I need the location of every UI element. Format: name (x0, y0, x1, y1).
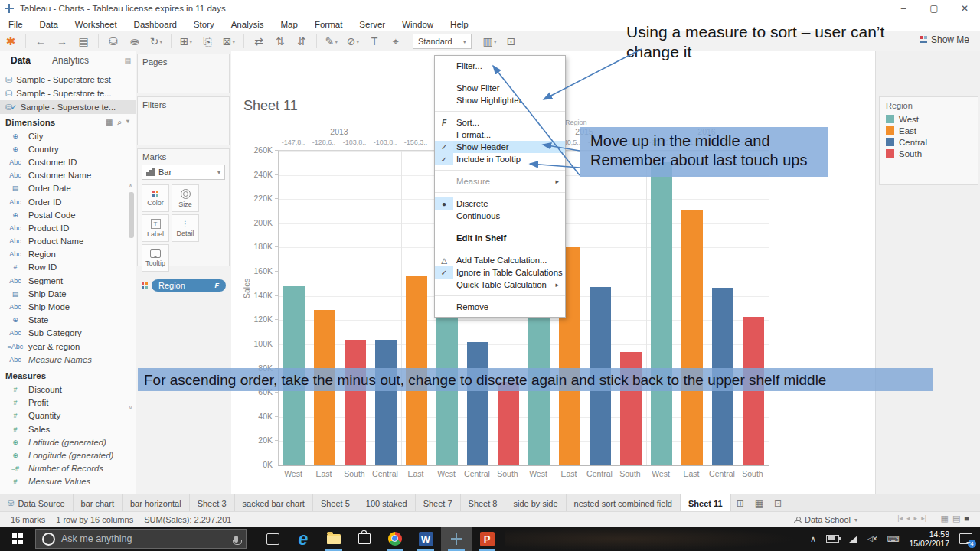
bar-2014-central[interactable] (467, 342, 488, 465)
field-product-id[interactable]: AbcProduct ID (0, 221, 136, 234)
scrollbar-thumb[interactable] (129, 192, 134, 238)
wifi-icon[interactable] (849, 536, 858, 543)
field-row-id[interactable]: #Row ID (0, 261, 136, 274)
volume-muted-icon[interactable]: ◁✕ (867, 535, 877, 543)
menu-item-filter[interactable]: Filter... (435, 60, 565, 72)
tableau-logo-icon[interactable]: ✱ (2, 33, 20, 50)
tab-data[interactable]: Data (0, 51, 41, 70)
bar-2013-south[interactable] (345, 340, 366, 465)
battery-icon[interactable] (826, 535, 839, 543)
bar-2016-east[interactable] (681, 210, 703, 465)
pane-layout-icon[interactable]: ▤ (124, 57, 131, 64)
chevron-down-icon[interactable]: ▾ (126, 118, 129, 127)
filters-card[interactable]: Filters (137, 96, 230, 145)
full-view-icon[interactable]: ■ (964, 514, 969, 523)
clear-sheet-icon[interactable]: ⊠▾ (220, 33, 238, 50)
field-ship-date[interactable]: ▤Ship Date (0, 287, 136, 300)
menu-item-edit-in-shelf[interactable]: Edit in Shelf (435, 232, 565, 244)
grid-view-icon[interactable]: ▦ (941, 514, 949, 523)
file-explorer-icon[interactable] (318, 527, 349, 551)
sort-ascending-icon[interactable]: ⇅ (271, 33, 289, 50)
field-state[interactable]: ⊕State (0, 314, 136, 327)
keyboard-icon[interactable]: ⌨ (887, 534, 900, 544)
bar-2016-west[interactable] (651, 162, 672, 465)
user-dropdown[interactable]: Data School ▾ (794, 515, 858, 524)
tab-sheet-8[interactable]: Sheet 8 (461, 494, 506, 512)
fix-axes-icon[interactable]: ⌖ (387, 33, 405, 50)
menu-item-ignore-in-table-calculations[interactable]: ✓Ignore in Table Calculations (435, 266, 565, 279)
datasource-item[interactable]: ⛁Sample - Superstore te... (0, 86, 136, 100)
save-icon[interactable]: ▤ (74, 33, 93, 50)
menu-item-show-filter[interactable]: Show Filter (435, 82, 565, 94)
show-labels-icon[interactable]: T (365, 33, 384, 50)
tab-sheet-11[interactable]: Sheet 11 (681, 494, 731, 512)
maximize-icon[interactable]: ▢ (919, 0, 949, 17)
menu-item-add-table-calculation[interactable]: △Add Table Calculation... (435, 254, 565, 266)
tab-side-by-side[interactable]: side by side (505, 494, 566, 512)
menu-item-format[interactable]: Format... (435, 129, 565, 141)
menu-story[interactable]: Story (185, 17, 223, 31)
taskbar-search[interactable]: Ask me anything (35, 529, 247, 549)
tab-100-staked[interactable]: 100 staked (358, 494, 416, 512)
field-region[interactable]: AbcRegion (0, 248, 136, 261)
new-story-tab-icon[interactable]: ⊡ (769, 494, 787, 512)
field-number-of-records[interactable]: =#Number of Records (0, 462, 136, 475)
start-button[interactable] (0, 527, 35, 551)
sort-descending-icon[interactable]: ⇵ (292, 33, 311, 50)
undo-icon[interactable]: ← (31, 33, 50, 50)
edge-icon[interactable]: e (288, 527, 318, 551)
prev-page-icon[interactable]: ◂ (906, 514, 910, 522)
field-ship-mode[interactable]: AbcShip Mode (0, 300, 136, 313)
new-worksheet-tab-icon[interactable]: ⊞ (731, 494, 750, 512)
field-customer-name[interactable]: AbcCustomer Name (0, 169, 136, 182)
first-page-icon[interactable]: |◂ (897, 514, 903, 522)
legend-item-central[interactable]: Central (880, 136, 978, 148)
tab-sheet-7[interactable]: Sheet 7 (416, 494, 461, 512)
task-view-icon[interactable] (257, 527, 288, 551)
new-datasource-icon[interactable]: ⛁ (104, 33, 122, 50)
datasource-item[interactable]: ⛁Sample - Superstore test (0, 73, 136, 86)
tab-sheet-3[interactable]: Sheet 3 (190, 494, 235, 512)
field-customer-id[interactable]: AbcCustomer ID (0, 155, 136, 168)
new-worksheet-icon[interactable]: ⊞▾ (177, 33, 195, 50)
run-update-icon[interactable]: ↻▾ (147, 33, 165, 50)
view-mode-buttons[interactable]: ▦ ▤ ■ (941, 514, 969, 523)
region-color-pill[interactable]: Region F (152, 279, 226, 292)
clock[interactable]: 14:59 15/02/2017 (909, 530, 949, 548)
tab-data-source[interactable]: ⛁Data Source (0, 494, 74, 512)
field-year-region[interactable]: =Abcyear & region (0, 340, 136, 353)
menu-format[interactable]: Format (306, 17, 351, 31)
new-dashboard-tab-icon[interactable]: ▦ (750, 494, 769, 512)
chrome-icon[interactable] (380, 527, 410, 551)
fit-dropdown[interactable]: Standard ▾ (413, 34, 472, 49)
menu-file[interactable]: File (0, 17, 31, 31)
microphone-icon[interactable] (234, 536, 238, 543)
menu-item-discrete[interactable]: ●Discrete (435, 197, 565, 210)
field-segment[interactable]: AbcSegment (0, 274, 136, 287)
field-order-date[interactable]: ▤Order Date (0, 182, 136, 195)
powerpoint-icon[interactable]: P (472, 527, 502, 551)
presentation-icon[interactable]: ⊡ (502, 33, 521, 50)
menu-item-measure[interactable]: Measure▸ (435, 175, 565, 187)
menu-worksheet[interactable]: Worksheet (67, 17, 126, 31)
pages-card[interactable]: Pages (137, 54, 230, 93)
datasource-item[interactable]: ⛁✓Sample - Superstore te... (0, 100, 136, 114)
menu-dashboard[interactable]: Dashboard (126, 17, 185, 31)
tray-chevron-icon[interactable]: ∧ (810, 534, 816, 544)
field-sub-category[interactable]: AbcSub-Category (0, 327, 136, 340)
menu-item-show-highlighter[interactable]: Show Highlighter (435, 94, 565, 106)
field-measure-values[interactable]: #Measure Values (0, 475, 136, 488)
tab-sacked-bar-chart[interactable]: sacked bar chart (235, 494, 313, 512)
word-icon[interactable]: W (410, 527, 441, 551)
pause-updates-icon[interactable]: ⛂ (126, 33, 144, 50)
swap-icon[interactable]: ⇄ (250, 33, 268, 50)
field-sales[interactable]: #Sales (0, 422, 136, 435)
menu-help[interactable]: Help (442, 17, 477, 31)
menu-item-sort[interactable]: FSort... (435, 116, 565, 129)
tableau-icon[interactable] (441, 527, 472, 551)
tab-analytics[interactable]: Analytics (41, 51, 100, 70)
field-latitude-generated[interactable]: ⊕Latitude (generated) (0, 435, 136, 448)
tab-sheet-5[interactable]: Sheet 5 (313, 494, 358, 512)
field-city[interactable]: ⊕City (0, 129, 136, 142)
minimize-icon[interactable]: – (888, 0, 919, 17)
